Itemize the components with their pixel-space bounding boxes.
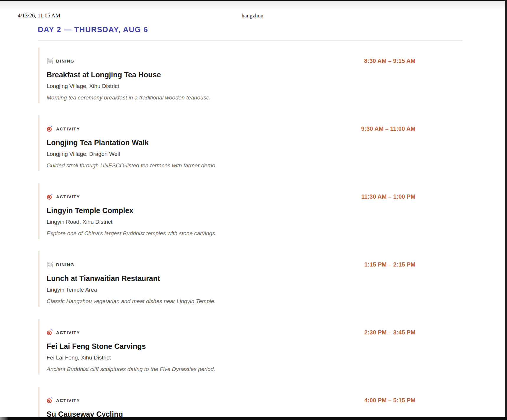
event-title: Fei Lai Feng Stone Carvings bbox=[47, 342, 416, 351]
event-card: DINING 1:15 PM – 2:15 PM Lunch at Tianwa… bbox=[38, 251, 416, 307]
day-heading: DAY 2 — THURSDAY, AUG 6 bbox=[38, 25, 462, 34]
event-description: Explore one of China's largest Buddhist … bbox=[47, 230, 416, 237]
event-time: 11:30 AM – 1:00 PM bbox=[361, 193, 416, 200]
heading-divider bbox=[38, 40, 462, 41]
print-header: 4/13/26, 11:05 AM hangzhou bbox=[0, 12, 505, 19]
fork-knife-plate-icon bbox=[47, 262, 53, 268]
event-location: Lingyin Temple Area bbox=[47, 287, 416, 293]
itinerary-page: DAY 2 — THURSDAY, AUG 6 bbox=[38, 24, 462, 420]
event-time: 8:30 AM – 9:15 AM bbox=[364, 58, 416, 64]
dart-target-icon bbox=[47, 397, 53, 403]
event-time: 9:30 AM – 11:00 AM bbox=[361, 125, 416, 132]
event-description: Ancient Buddhist cliff sculptures dating… bbox=[47, 366, 416, 372]
event-card: ACTIVITY 2:30 PM – 3:45 PM Fei Lai Feng … bbox=[38, 319, 416, 375]
event-card: ACTIVITY 9:30 AM – 11:00 AM Longjing Tea… bbox=[38, 115, 416, 171]
event-type-label: ACTIVITY bbox=[56, 398, 80, 403]
event-time: 4:00 PM – 5:15 PM bbox=[364, 397, 416, 404]
dart-target-icon bbox=[47, 194, 53, 200]
window-top-gradient bbox=[0, 1, 507, 9]
event-description: Guided stroll through UNESCO-listed tea … bbox=[47, 162, 416, 169]
event-time: 1:15 PM – 2:15 PM bbox=[364, 261, 416, 268]
event-type: DINING bbox=[47, 58, 74, 64]
event-title: Lingyin Temple Complex bbox=[47, 206, 416, 215]
fork-knife-plate-icon bbox=[47, 58, 53, 64]
event-type: ACTIVITY bbox=[47, 126, 80, 132]
event-description: Classic Hangzhou vegetarian and meat dis… bbox=[47, 298, 416, 305]
event-card-header: ACTIVITY 2:30 PM – 3:45 PM bbox=[47, 329, 416, 336]
event-title: Longjing Tea Plantation Walk bbox=[47, 138, 416, 147]
event-type-label: DINING bbox=[56, 262, 74, 267]
event-time: 2:30 PM – 3:45 PM bbox=[364, 329, 416, 336]
event-type-label: ACTIVITY bbox=[56, 194, 80, 199]
event-location: Lingyin Road, Xihu District bbox=[47, 219, 416, 225]
event-title: Lunch at Tianwaitian Restaurant bbox=[47, 274, 416, 283]
dart-target-icon bbox=[47, 126, 53, 132]
window-edge-top bbox=[0, 0, 507, 1]
dart-target-icon bbox=[47, 329, 53, 336]
window-edge-right bbox=[505, 0, 507, 420]
event-location: Longjing Village, Dragon Well bbox=[47, 151, 416, 157]
event-card: ACTIVITY 4:00 PM – 5:15 PM Su Causeway C… bbox=[38, 387, 416, 420]
event-list: DINING 8:30 AM – 9:15 AM Breakfast at Lo… bbox=[38, 48, 462, 420]
event-card-header: ACTIVITY 11:30 AM – 1:00 PM bbox=[47, 193, 416, 200]
event-type: ACTIVITY bbox=[47, 329, 80, 336]
event-card: ACTIVITY 11:30 AM – 1:00 PM Lingyin Temp… bbox=[38, 183, 416, 239]
print-document-title: hangzhou bbox=[0, 12, 505, 19]
event-card-header: ACTIVITY 9:30 AM – 11:00 AM bbox=[47, 125, 416, 132]
event-title: Breakfast at Longjing Tea House bbox=[47, 71, 416, 79]
event-card-header: ACTIVITY 4:00 PM – 5:15 PM bbox=[47, 397, 416, 404]
event-card: DINING 8:30 AM – 9:15 AM Breakfast at Lo… bbox=[38, 48, 416, 103]
event-type: ACTIVITY bbox=[47, 194, 80, 200]
event-type-label: ACTIVITY bbox=[56, 126, 80, 131]
scrollbar-corner bbox=[0, 417, 8, 420]
event-type-label: ACTIVITY bbox=[56, 330, 80, 335]
event-description: Morning tea ceremony breakfast in a trad… bbox=[47, 94, 416, 101]
event-card-header: DINING 8:30 AM – 9:15 AM bbox=[47, 58, 416, 64]
window-edge-bottom bbox=[0, 417, 507, 420]
event-type: DINING bbox=[47, 262, 74, 268]
event-type: ACTIVITY bbox=[47, 397, 80, 403]
event-type-label: DINING bbox=[56, 58, 74, 63]
event-location: Fei Lai Feng, Xihu District bbox=[47, 354, 416, 361]
event-location: Longjing Village, Xihu District bbox=[47, 83, 416, 89]
event-card-header: DINING 1:15 PM – 2:15 PM bbox=[47, 261, 416, 268]
